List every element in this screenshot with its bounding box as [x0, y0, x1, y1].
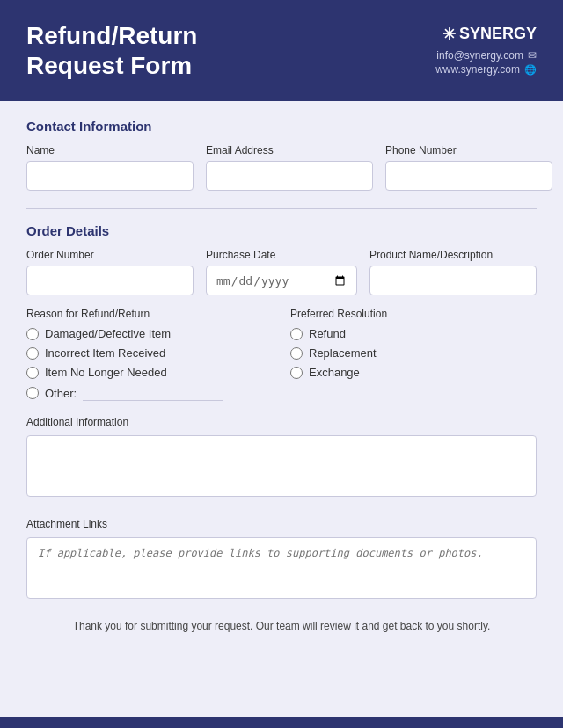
resolution-label: Preferred Resolution — [290, 308, 537, 320]
brand: ✳ SYNERGY — [435, 25, 537, 44]
resolution-option-3-label: Exchange — [309, 366, 360, 379]
resolution-option-3: Exchange — [290, 366, 537, 379]
additional-info-textarea[interactable] — [26, 435, 537, 497]
order-section: Order Details Order Number Purchase Date… — [26, 223, 537, 602]
resolution-option-2: Replacement — [290, 346, 537, 360]
reason-option-3-label: Item No Longer Needed — [45, 366, 167, 379]
purchase-date-field: Purchase Date — [206, 249, 357, 295]
name-field: Name — [26, 144, 194, 191]
resolution-option-1: Refund — [290, 327, 537, 340]
brand-symbol: ✳ — [442, 25, 456, 44]
reason-radio-4[interactable] — [26, 387, 39, 399]
email-field: Email Address — [206, 144, 373, 191]
attachment-input[interactable] — [26, 537, 537, 599]
name-label: Name — [26, 144, 194, 157]
mail-icon — [528, 49, 537, 62]
purchase-date-label: Purchase Date — [206, 249, 357, 261]
header-title: Refund/Return Request Form — [26, 21, 197, 80]
reason-other-label: Other: — [45, 387, 77, 400]
email-text: info@synergy.com — [436, 49, 523, 62]
order-number-label: Order Number — [26, 249, 194, 261]
resolution-option-1-label: Refund — [309, 327, 346, 340]
brand-name: SYNERGY — [459, 25, 537, 43]
website-row: www.synergy.com — [435, 63, 537, 76]
reason-radio-2[interactable] — [26, 347, 39, 360]
attachment-label: Attachment Links — [26, 518, 537, 530]
reason-label: Reason for Refund/Return — [26, 308, 273, 320]
header: Refund/Return Request Form ✳ SYNERGY inf… — [0, 0, 563, 101]
order-number-input[interactable] — [26, 266, 194, 295]
reason-option-1: Damaged/Defective Item — [26, 327, 273, 340]
title-line2: Request Form — [26, 52, 192, 79]
resolution-radio-2[interactable] — [290, 347, 303, 360]
reason-option-4: Other: — [26, 385, 273, 401]
contact-section: Contact Information Name Email Address P… — [26, 119, 537, 191]
order-fields-row: Order Number Purchase Date Product Name/… — [26, 249, 537, 295]
reason-option-1-label: Damaged/Defective Item — [45, 327, 171, 340]
bottom-bar — [0, 717, 563, 728]
email-label: Email Address — [206, 144, 373, 157]
contact-fields-row: Name Email Address Phone Number — [26, 144, 537, 191]
phone-input[interactable] — [385, 161, 552, 191]
resolution-col: Preferred Resolution Refund Replacement … — [290, 308, 537, 407]
phone-label: Phone Number — [385, 144, 552, 157]
email-input[interactable] — [206, 161, 373, 191]
purchase-date-input[interactable] — [206, 266, 357, 295]
body: Contact Information Name Email Address P… — [0, 101, 563, 717]
website-text: www.synergy.com — [435, 63, 520, 76]
additional-info-section: Additional Information — [26, 416, 537, 500]
divider-1 — [26, 208, 537, 209]
title-line1: Refund/Return — [26, 22, 197, 49]
order-number-field: Order Number — [26, 249, 194, 295]
product-name-label: Product Name/Description — [369, 249, 537, 261]
email-row: info@synergy.com — [435, 49, 537, 62]
product-name-field: Product Name/Description — [369, 249, 537, 295]
footer-note: Thank you for submitting your request. O… — [26, 620, 537, 644]
header-contact: ✳ SYNERGY info@synergy.com www.synergy.c… — [435, 25, 537, 77]
reason-other-input[interactable] — [83, 385, 223, 401]
contact-section-title: Contact Information — [26, 119, 537, 134]
resolution-option-2-label: Replacement — [309, 346, 377, 360]
reason-resolution-row: Reason for Refund/Return Damaged/Defecti… — [26, 308, 537, 407]
reason-radio-1[interactable] — [26, 328, 39, 340]
name-input[interactable] — [26, 161, 194, 191]
product-name-input[interactable] — [369, 266, 537, 295]
reason-option-2: Incorrect Item Received — [26, 346, 273, 360]
page: Refund/Return Request Form ✳ SYNERGY inf… — [0, 0, 563, 728]
resolution-radio-3[interactable] — [290, 367, 303, 379]
phone-field: Phone Number — [385, 144, 552, 191]
attachment-section: Attachment Links — [26, 518, 537, 602]
resolution-radio-1[interactable] — [290, 328, 303, 340]
additional-info-label: Additional Information — [26, 416, 537, 428]
globe-icon — [524, 63, 537, 76]
reason-option-3: Item No Longer Needed — [26, 366, 273, 379]
reason-col: Reason for Refund/Return Damaged/Defecti… — [26, 308, 273, 407]
order-section-title: Order Details — [26, 223, 537, 238]
reason-radio-3[interactable] — [26, 367, 39, 379]
reason-option-2-label: Incorrect Item Received — [45, 346, 165, 360]
